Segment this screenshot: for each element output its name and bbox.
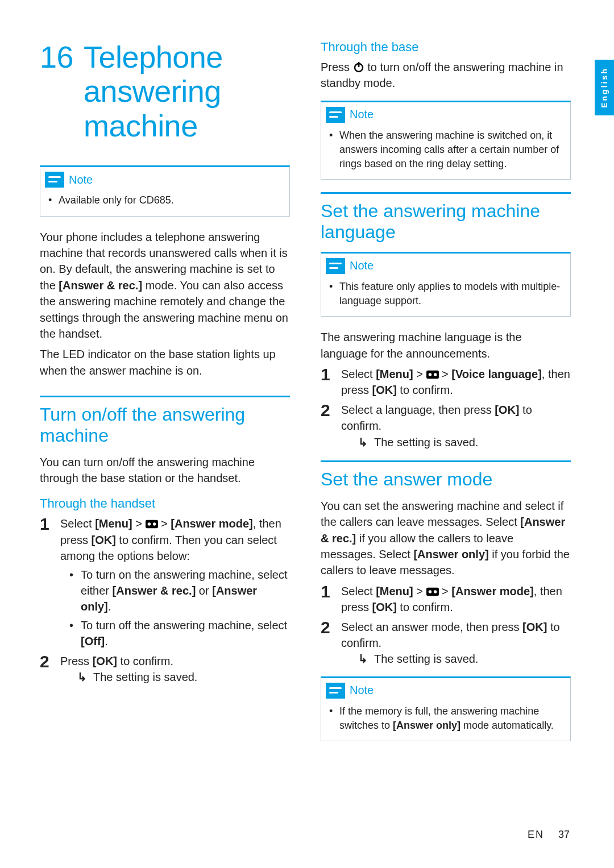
note-body: Available only for CD685. <box>40 191 289 215</box>
svg-point-2 <box>152 523 156 526</box>
base-paragraph: Press to turn on/off the answering machi… <box>321 59 571 92</box>
chapter-number: 16 <box>40 40 73 143</box>
note-body: When the answering machine is switched o… <box>321 126 570 180</box>
mode-steps: Select [Menu] > > [Answer mode], then pr… <box>321 583 571 667</box>
note-head: Note <box>321 254 570 277</box>
note-head: Note <box>40 167 289 191</box>
note-item: Available only for CD685. <box>48 193 281 207</box>
svg-point-7 <box>433 373 437 376</box>
lang-paragraph: The answering machine language is the la… <box>321 329 571 362</box>
note-label: Note <box>350 259 374 272</box>
svg-point-9 <box>428 590 432 593</box>
note-body: This feature only applies to models with… <box>321 277 570 316</box>
svg-rect-5 <box>426 371 439 379</box>
svg-rect-8 <box>426 587 439 596</box>
content-columns: 16 Telephone answering machine Note Avai… <box>40 40 574 754</box>
note-label: Note <box>350 684 374 697</box>
note-icon <box>326 258 345 274</box>
svg-point-10 <box>433 590 437 593</box>
note-head: Note <box>321 678 570 702</box>
note-label: Note <box>69 173 93 186</box>
lang-step-1: Select [Menu] > > [Voice language], then… <box>321 366 571 398</box>
page: English 16 Telephone answering machine N… <box>0 0 614 868</box>
right-column: Through the base Press to turn on/off th… <box>321 40 571 754</box>
note-item: If the memory is full, the answering mac… <box>329 704 562 733</box>
handset-result: The setting is saved. <box>60 669 290 685</box>
lang-step-2: Select a language, then press [OK] to co… <box>321 402 571 450</box>
note-label: Note <box>350 108 374 121</box>
mode-step-1: Select [Menu] > > [Answer mode], then pr… <box>321 583 571 616</box>
handset-sub-1: To turn on the answering machine, select… <box>60 567 290 615</box>
intro-paragraph-1: Your phone includes a telephone answerin… <box>40 229 290 342</box>
left-column: 16 Telephone answering machine Note Avai… <box>40 40 290 754</box>
section-rule <box>40 396 290 397</box>
tape-icon <box>426 587 439 596</box>
section-turn-intro: You can turn on/off the answering machin… <box>40 454 290 487</box>
note-icon <box>45 172 64 188</box>
lang-result: The setting is saved. <box>341 434 571 450</box>
handset-sub-2: To turn off the answering machine, selec… <box>60 617 290 650</box>
subsection-base-title: Through the base <box>321 40 571 55</box>
note-icon <box>326 107 345 123</box>
chapter-heading: 16 Telephone answering machine <box>40 40 290 143</box>
mode-step-2: Select an answer mode, then press [OK] t… <box>321 619 571 667</box>
section-rule <box>321 460 571 462</box>
section-turn-title: Turn on/off the answering machine <box>40 404 290 446</box>
svg-point-6 <box>428 373 432 376</box>
handset-step-1: Select [Menu] > > [Answer mode], then pr… <box>40 516 290 649</box>
language-tab: English <box>595 60 614 115</box>
note-box-lang: Note This feature only applies to models… <box>321 252 571 317</box>
note-head: Note <box>321 102 570 126</box>
lang-steps: Select [Menu] > > [Voice language], then… <box>321 366 571 450</box>
section-lang-title: Set the answering machine language <box>321 201 571 243</box>
language-tab-label: English <box>600 67 609 108</box>
mode-result: The setting is saved. <box>341 651 571 667</box>
note-icon <box>326 683 345 699</box>
handset-step-2: Press [OK] to confirm. The setting is sa… <box>40 653 290 686</box>
handset-sub-list: To turn on the answering machine, select… <box>60 567 290 650</box>
section-rule <box>321 192 571 194</box>
footer-lang: EN <box>528 829 544 840</box>
footer-page-number: 37 <box>558 829 570 840</box>
tape-icon <box>146 520 158 529</box>
svg-point-1 <box>147 523 151 526</box>
svg-rect-0 <box>146 520 158 529</box>
section-mode-title: Set the answer mode <box>321 469 571 490</box>
note-item: This feature only applies to models with… <box>329 280 562 308</box>
note-box-mode: Note If the memory is full, the answerin… <box>321 676 571 741</box>
tape-icon <box>426 370 439 379</box>
chapter-title: Telephone answering machine <box>84 40 290 143</box>
note-body: If the memory is full, the answering mac… <box>321 702 570 741</box>
power-icon <box>353 61 364 73</box>
page-footer: EN 37 <box>528 829 570 841</box>
intro-paragraph-2: The LED indicator on the base station li… <box>40 346 290 379</box>
note-item: When the answering machine is switched o… <box>329 128 562 172</box>
mode-paragraph: You can set the answering machine and se… <box>321 498 571 579</box>
subsection-handset-title: Through the handset <box>40 496 290 511</box>
note-box-base: Note When the answering machine is switc… <box>321 101 571 180</box>
handset-steps: Select [Menu] > > [Answer mode], then pr… <box>40 516 290 685</box>
note-box-cd685: Note Available only for CD685. <box>40 165 290 216</box>
